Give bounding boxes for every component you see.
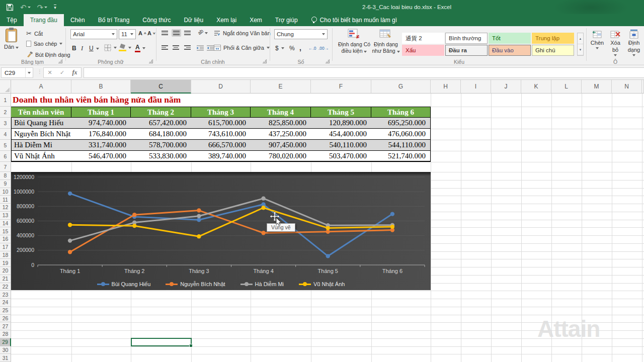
- cut-button[interactable]: ✂Cắt: [26, 30, 43, 37]
- formula-bar-grip[interactable]: ⋮: [37, 69, 42, 74]
- format-painter-button[interactable]: Bút Định dạng: [26, 51, 70, 58]
- table-value-cell[interactable]: 825,850.000: [251, 118, 311, 129]
- cell-style-item[interactable]: 通貨 2: [402, 33, 444, 44]
- align-center-button[interactable]: [173, 45, 179, 50]
- table-header-cell[interactable]: Tên nhân viên: [11, 107, 71, 118]
- shrink-font-button[interactable]: A˅: [147, 30, 155, 36]
- row-header-13[interactable]: 13: [0, 212, 11, 220]
- table-value-cell[interactable]: 389,740.000: [191, 151, 251, 162]
- font-size-combo[interactable]: 11: [119, 29, 136, 39]
- enter-button[interactable]: ✓: [60, 69, 64, 76]
- table-value-cell[interactable]: 454,400.000: [311, 129, 371, 140]
- table-row-name-cell[interactable]: Hà Diễm Mi: [11, 140, 71, 151]
- column-header-M[interactable]: M: [582, 80, 612, 94]
- column-header-L[interactable]: L: [551, 80, 582, 94]
- table-value-cell[interactable]: 503,470.000: [311, 151, 371, 162]
- number-format-combo[interactable]: Chung: [274, 29, 328, 39]
- name-box-caret-icon[interactable]: [25, 68, 33, 77]
- row-header-30[interactable]: 30: [0, 346, 11, 354]
- row-header-19[interactable]: 19: [0, 259, 11, 267]
- italic-button[interactable]: I: [81, 45, 83, 52]
- cancel-button[interactable]: ✕: [48, 69, 52, 76]
- column-header-J[interactable]: J: [491, 80, 521, 94]
- table-row-name-cell[interactable]: Bùi Quang Hiếu: [11, 118, 71, 129]
- align-right-button[interactable]: [184, 45, 191, 50]
- column-header-G[interactable]: G: [371, 80, 431, 94]
- row-header-7[interactable]: 7: [0, 162, 11, 172]
- format-cells-button[interactable]: Định dạng: [625, 30, 643, 56]
- selected-cell[interactable]: [131, 338, 192, 346]
- insert-cells-button[interactable]: Chèn: [589, 30, 606, 49]
- table-value-cell[interactable]: 544,110.000: [371, 140, 431, 151]
- gallery-down-icon[interactable]: ▼: [578, 44, 583, 55]
- select-all-corner[interactable]: [0, 80, 11, 94]
- tab-trang-đầu[interactable]: Trang đầu: [24, 14, 64, 26]
- tab-công-thức[interactable]: Công thức: [136, 14, 177, 26]
- align-left-button[interactable]: [162, 45, 168, 50]
- row-header-26[interactable]: 26: [0, 315, 11, 323]
- align-bottom-button[interactable]: [184, 31, 191, 35]
- table-value-cell[interactable]: 521,740.000: [371, 151, 431, 162]
- table-value-cell[interactable]: 546,470.000: [71, 151, 131, 162]
- row-header-24[interactable]: 24: [0, 299, 11, 307]
- column-header-E[interactable]: E: [251, 80, 311, 94]
- row-header-21[interactable]: 21: [0, 275, 11, 283]
- bold-button[interactable]: B: [72, 45, 76, 52]
- increase-decimal-button[interactable]: ←.0: [308, 46, 316, 51]
- row-header-3[interactable]: 3: [0, 118, 11, 129]
- table-value-cell[interactable]: 780,020.000: [251, 151, 311, 162]
- row-header-10[interactable]: 10: [0, 188, 11, 196]
- customize-qat-button[interactable]: ▾: [54, 5, 56, 10]
- tell-me-box[interactable]: Cho tôi biết bạn muốn làm gì: [311, 14, 397, 26]
- cell-style-item[interactable]: Xấu: [402, 45, 444, 56]
- table-row-name-cell[interactable]: Vũ Nhật Ánh: [11, 151, 71, 162]
- row-header-9[interactable]: 9: [0, 180, 11, 188]
- borders-button[interactable]: [104, 44, 117, 51]
- table-value-cell[interactable]: 578,700.000: [131, 140, 191, 151]
- chart[interactable]: 020000040000060000080000010000001200000T…: [11, 172, 431, 290]
- table-header-cell[interactable]: Tháng 2: [131, 107, 191, 118]
- number-dialog-launcher[interactable]: [326, 59, 330, 63]
- column-header-C[interactable]: C: [131, 80, 191, 94]
- cell-style-item[interactable]: Tốt: [489, 33, 531, 44]
- row-header-12[interactable]: 12: [0, 204, 11, 212]
- row-header-4[interactable]: 4: [0, 129, 11, 140]
- table-value-cell[interactable]: 331,740.000: [71, 140, 131, 151]
- conditional-formatting-button[interactable]: ≠ Định dạng Cóđiều kiện: [338, 29, 371, 54]
- column-header-N[interactable]: N: [612, 80, 642, 94]
- column-header-H[interactable]: H: [431, 80, 461, 94]
- row-header-18[interactable]: 18: [0, 251, 11, 259]
- row-header-2[interactable]: 2: [0, 107, 11, 118]
- row-header-6[interactable]: 6: [0, 151, 11, 162]
- cell-style-item[interactable]: Ghi chú: [532, 45, 574, 56]
- tab-bố-trí-trang[interactable]: Bố trí Trang: [92, 14, 136, 26]
- column-header-F[interactable]: F: [311, 80, 371, 94]
- table-header-cell[interactable]: Tháng 4: [251, 107, 311, 118]
- decrease-decimal-button[interactable]: .00→: [318, 46, 329, 51]
- row-header-27[interactable]: 27: [0, 322, 11, 330]
- copy-button[interactable]: Sao chép: [26, 41, 62, 47]
- increase-indent-button[interactable]: [207, 45, 214, 51]
- decrease-indent-button[interactable]: [197, 45, 204, 51]
- row-header-29[interactable]: 29: [0, 338, 11, 346]
- delete-cells-button[interactable]: Xóa bỏ: [607, 30, 624, 56]
- tab-chèn[interactable]: Chèn: [64, 14, 92, 26]
- cell-style-item[interactable]: Đầu ra: [445, 45, 488, 56]
- align-middle-button[interactable]: [172, 29, 181, 37]
- row-header-15[interactable]: 15: [0, 227, 11, 235]
- table-value-cell[interactable]: 176,840.000: [71, 129, 131, 140]
- row-header-17[interactable]: 17: [0, 243, 11, 251]
- underline-button[interactable]: U: [89, 45, 94, 52]
- paste-button[interactable]: Dán: [4, 29, 19, 50]
- tab-xem[interactable]: Xem: [243, 14, 269, 26]
- column-header-A[interactable]: A: [11, 80, 71, 94]
- table-row-name-cell[interactable]: Nguyễn Bích Nhật: [11, 129, 71, 140]
- gallery-scrollbar[interactable]: ▲ ▼: [577, 33, 584, 56]
- font-dialog-launcher[interactable]: [149, 59, 153, 63]
- redo-button[interactable]: ↷: [37, 4, 48, 11]
- row-header-16[interactable]: 16: [0, 235, 11, 243]
- table-header-cell[interactable]: Tháng 1: [71, 107, 131, 118]
- font-family-combo[interactable]: Arial: [70, 29, 117, 39]
- font-color-button[interactable]: A: [135, 44, 145, 52]
- name-box[interactable]: C29: [1, 67, 33, 78]
